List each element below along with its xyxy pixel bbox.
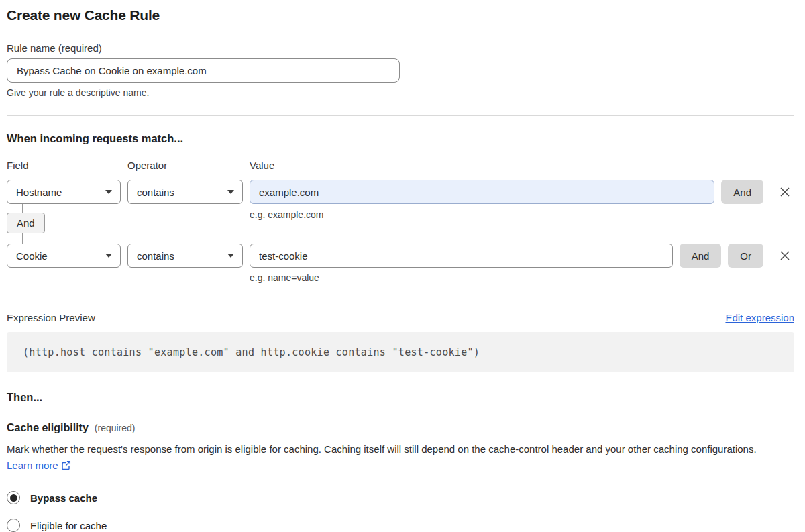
rule-name-input[interactable] [7, 58, 400, 83]
chevron-down-icon [105, 190, 112, 194]
external-link-icon [61, 459, 71, 475]
chevron-down-icon [227, 254, 234, 258]
option-label: Bypass cache [30, 492, 97, 504]
cache-eligibility-heading-row: Cache eligibility (required) [7, 422, 794, 434]
condition-connector-area: And e.g. example.com [7, 204, 794, 244]
description-text: Mark whether the request's response from… [7, 443, 757, 455]
operator-column-label: Operator [127, 160, 243, 171]
option-bypass-cache[interactable]: Bypass cache [7, 491, 794, 504]
field-select[interactable]: Hostname [7, 180, 121, 204]
create-cache-rule-page: Create new Cache Rule Rule name (require… [7, 0, 794, 532]
radio-selected-icon [7, 491, 20, 504]
field-select[interactable]: Cookie [7, 244, 121, 268]
add-and-condition-button[interactable]: And [680, 244, 722, 268]
add-and-condition-button[interactable]: And [721, 180, 763, 204]
cache-eligibility-description: Mark whether the request's response from… [7, 441, 785, 475]
option-eligible-for-cache[interactable]: Eligible for cache [7, 519, 794, 532]
operator-select-value: contains [137, 250, 174, 262]
connector-and-toggle[interactable]: And [7, 213, 45, 233]
value-input[interactable] [250, 180, 714, 204]
then-section-heading: Then... [7, 391, 794, 403]
condition-row: Cookie contains And Or [7, 244, 794, 268]
value-column-label: Value [250, 160, 794, 171]
add-or-condition-button[interactable]: Or [728, 244, 763, 268]
page-title: Create new Cache Rule [7, 0, 794, 24]
condition-column-headers: Field Operator Value [7, 160, 794, 171]
value-hint: e.g. name=value [250, 272, 794, 283]
chevron-down-icon [227, 190, 234, 194]
field-column-label: Field [7, 160, 121, 171]
rule-name-label: Rule name (required) [7, 42, 794, 54]
learn-more-link[interactable]: Learn more [7, 460, 58, 471]
match-section-heading: When incoming requests match... [7, 132, 794, 144]
close-icon [780, 187, 790, 197]
field-select-value: Hostname [16, 187, 62, 198]
expression-preview-code: (http.host contains "example.com" and ht… [7, 332, 794, 372]
radio-unselected-icon [7, 519, 20, 532]
field-select-value: Cookie [16, 250, 48, 262]
chevron-down-icon [105, 254, 112, 258]
section-divider [7, 115, 794, 116]
required-tag: (required) [95, 423, 136, 433]
cache-eligibility-heading: Cache eligibility [7, 422, 89, 434]
edit-expression-link[interactable]: Edit expression [725, 312, 794, 323]
value-input[interactable] [250, 244, 673, 268]
operator-select[interactable]: contains [127, 180, 243, 204]
option-label: Eligible for cache [30, 520, 107, 531]
operator-select[interactable]: contains [127, 244, 243, 268]
condition-row: Hostname contains And [7, 180, 794, 204]
rule-name-helper: Give your rule a descriptive name. [7, 87, 794, 98]
remove-condition-button[interactable] [775, 180, 794, 204]
operator-select-value: contains [137, 187, 174, 198]
remove-condition-button[interactable] [775, 244, 794, 268]
value-hint: e.g. example.com [250, 209, 324, 220]
expression-preview-header: Expression Preview Edit expression [7, 312, 794, 323]
expression-preview-label: Expression Preview [7, 312, 95, 323]
close-icon [780, 250, 790, 261]
